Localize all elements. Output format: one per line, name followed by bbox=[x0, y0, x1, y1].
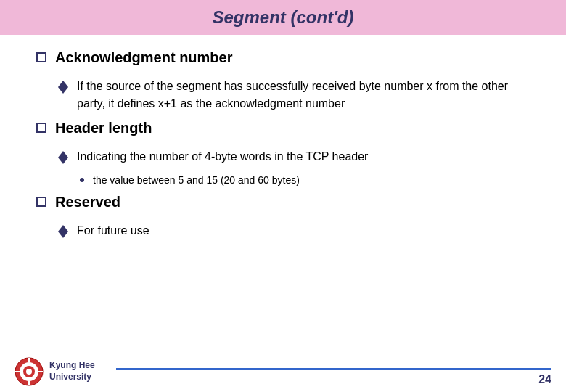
title-bar: Segment (cont'd) bbox=[0, 0, 566, 35]
diamond-bullet-2 bbox=[58, 151, 68, 158]
diamond-bullet-3 bbox=[58, 225, 68, 232]
university-line2: University bbox=[49, 372, 95, 383]
square-bullet-2 bbox=[36, 123, 46, 133]
logo-area: Kyung Hee University bbox=[15, 357, 95, 386]
diamond-bullet-1 bbox=[58, 81, 68, 87]
section-2-label: Header length bbox=[55, 120, 152, 136]
square-bullet-3 bbox=[36, 197, 46, 207]
section-3-label: Reserved bbox=[55, 194, 120, 211]
section-1-sub-1: If the source of the segment has success… bbox=[58, 78, 537, 113]
section-3-sub-1: For future use bbox=[58, 222, 537, 240]
section-2: Header length bbox=[36, 120, 537, 136]
svg-point-3 bbox=[26, 369, 32, 375]
section-1: Acknowledgment number bbox=[36, 49, 537, 66]
university-logo bbox=[15, 357, 44, 386]
section-2-sub-text-1: Indicating the number of 4-byte words in… bbox=[77, 148, 368, 166]
slide-title: Segment (cont'd) bbox=[212, 7, 353, 27]
section-2-subsub-text-1: the value between 5 and 15 (20 and 60 by… bbox=[93, 173, 300, 188]
content-area: Acknowledgment number If the source of t… bbox=[0, 35, 566, 261]
footer: Kyung Hee University bbox=[0, 351, 566, 392]
university-name: Kyung Hee University bbox=[49, 360, 95, 383]
square-bullet-1 bbox=[36, 52, 46, 62]
section-1-sub-text-1: If the source of the segment has success… bbox=[77, 78, 537, 113]
dot-bullet-1 bbox=[80, 178, 84, 182]
page-number: 24 bbox=[538, 373, 551, 386]
section-2-sub-1: Indicating the number of 4-byte words in… bbox=[58, 148, 537, 166]
slide: Segment (cont'd) Acknowledgment number I… bbox=[0, 0, 566, 392]
university-line1: Kyung Hee bbox=[49, 360, 95, 372]
section-2-subsub-1: the value between 5 and 15 (20 and 60 by… bbox=[80, 173, 537, 188]
section-3: Reserved bbox=[36, 194, 537, 211]
section-3-sub-text-1: For future use bbox=[77, 222, 149, 240]
section-1-label: Acknowledgment number bbox=[55, 49, 232, 66]
